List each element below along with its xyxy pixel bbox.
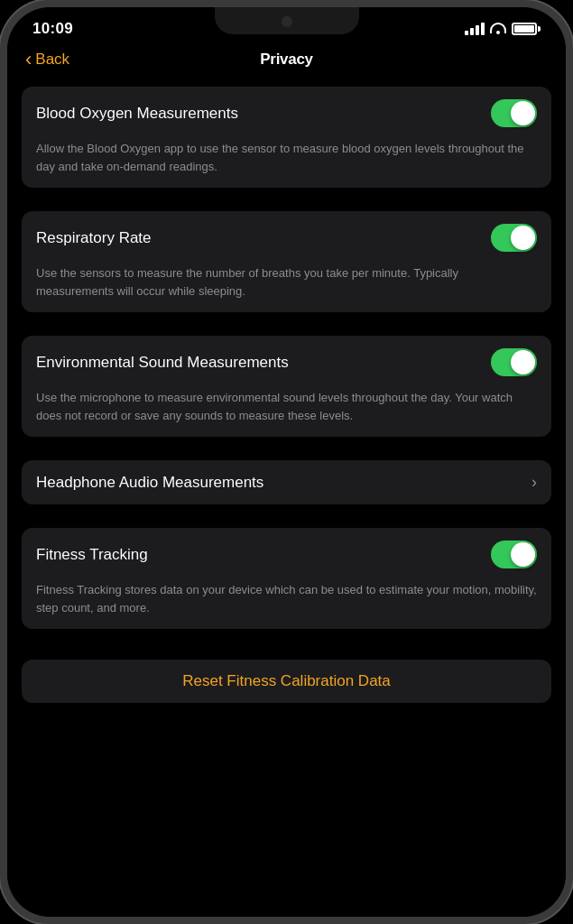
respiratory-rate-description: Use the sensors to measure the number of… <box>22 264 551 312</box>
camera-dot <box>282 16 292 27</box>
volume-up-button <box>0 152 4 188</box>
spacer-5 <box>22 636 551 652</box>
power-button <box>569 179 573 242</box>
back-chevron-icon: ‹ <box>25 50 32 69</box>
respiratory-rate-toggle[interactable] <box>491 224 537 252</box>
respiratory-rate-card: Respiratory Rate Use the sensors to meas… <box>22 211 551 312</box>
blood-oxygen-toggle-knob <box>511 101 535 125</box>
respiratory-rate-row[interactable]: Respiratory Rate <box>22 211 551 264</box>
status-icons <box>465 23 541 35</box>
page-title: Privacy <box>260 51 312 69</box>
spacer-3 <box>22 444 551 460</box>
headphone-audio-label: Headphone Audio Measurements <box>36 474 531 492</box>
fitness-tracking-toggle[interactable] <box>491 541 537 568</box>
environmental-sound-card: Environmental Sound Measurements Use the… <box>22 336 551 437</box>
blood-oxygen-card: Blood Oxygen Measurements Allow the Bloo… <box>22 87 551 188</box>
reset-label: Reset Fitness Calibration Data <box>182 672 391 690</box>
volume-down-button <box>0 201 4 237</box>
reset-row[interactable]: Reset Fitness Calibration Data <box>22 660 551 703</box>
spacer-2 <box>22 319 551 336</box>
environmental-sound-description: Use the microphone to measure environmen… <box>22 389 551 437</box>
battery-icon <box>512 23 541 35</box>
blood-oxygen-label: Blood Oxygen Measurements <box>36 105 491 123</box>
environmental-sound-label: Environmental Sound Measurements <box>36 354 491 372</box>
silent-switch <box>0 111 4 136</box>
environmental-sound-toggle[interactable] <box>491 348 537 376</box>
environmental-sound-toggle-knob <box>511 350 535 374</box>
fitness-tracking-label: Fitness Tracking <box>36 546 491 564</box>
status-time: 10:09 <box>32 20 73 38</box>
blood-oxygen-toggle[interactable] <box>491 99 537 127</box>
fitness-tracking-card: Fitness Tracking Fitness Tracking stores… <box>22 528 551 629</box>
nav-bar: ‹ Back Privacy <box>7 43 566 78</box>
environmental-sound-row[interactable]: Environmental Sound Measurements <box>22 336 551 389</box>
screen: 10:09 ‹ Back Privacy <box>7 7 566 917</box>
blood-oxygen-description: Allow the Blood Oxygen app to use the se… <box>22 140 551 188</box>
back-button[interactable]: ‹ Back <box>25 50 69 69</box>
headphone-audio-card[interactable]: Headphone Audio Measurements › <box>22 460 551 504</box>
wifi-icon <box>490 23 506 35</box>
spacer-4 <box>22 512 551 528</box>
fitness-tracking-description: Fitness Tracking stores data on your dev… <box>22 581 551 629</box>
fitness-tracking-toggle-knob <box>511 542 535 567</box>
blood-oxygen-row[interactable]: Blood Oxygen Measurements <box>22 87 551 140</box>
phone-frame: 10:09 ‹ Back Privacy <box>0 0 573 924</box>
respiratory-rate-toggle-knob <box>511 226 535 250</box>
chevron-right-icon: › <box>531 473 537 492</box>
reset-card[interactable]: Reset Fitness Calibration Data <box>22 660 551 703</box>
back-label: Back <box>35 51 69 69</box>
signal-icon <box>465 23 485 35</box>
fitness-tracking-row[interactable]: Fitness Tracking <box>22 528 551 581</box>
headphone-audio-row[interactable]: Headphone Audio Measurements › <box>22 460 551 504</box>
spacer-1 <box>22 195 551 211</box>
scroll-content: Blood Oxygen Measurements Allow the Bloo… <box>7 78 566 917</box>
respiratory-rate-label: Respiratory Rate <box>36 229 491 247</box>
